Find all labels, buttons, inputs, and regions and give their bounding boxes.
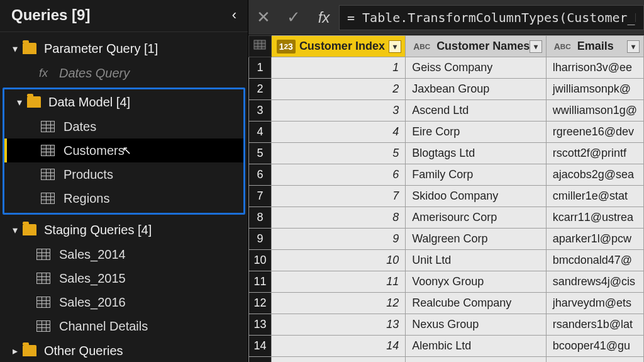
table-row[interactable]: 1212Realcube Companyjharveydm@ets	[249, 293, 644, 314]
table-row[interactable]: 1313Nexus Grouprsanders1b@lat	[249, 314, 644, 336]
query-group[interactable]: ▸Other Queries	[0, 338, 248, 362]
cell-customer-name[interactable]: Skidoo Company	[406, 186, 547, 207]
table-row[interactable]: 22Jaxbean Groupjwilliamsonpk@	[249, 79, 644, 100]
cell-customer-name[interactable]: Nexus Group	[406, 314, 547, 336]
query-group[interactable]: ▾Parameter Query [1]	[0, 36, 248, 61]
cell-customer-index[interactable]: 9	[271, 229, 405, 250]
cell-email[interactable]: sgarcia9k@my	[546, 357, 643, 363]
row-number[interactable]: 5	[249, 143, 272, 164]
cell-customer-index[interactable]: 6	[271, 164, 405, 186]
row-number[interactable]: 11	[249, 271, 272, 293]
table-row[interactable]: 88Amerisourc Corpkcarr11@ustrea	[249, 207, 644, 229]
table-row[interactable]: 1111Voonyx Groupsandrews4j@cis	[249, 271, 644, 293]
cell-customer-name[interactable]: Amerisourc Corp	[406, 207, 547, 229]
cell-email[interactable]: bmcdonald47@	[546, 250, 643, 271]
cell-customer-index[interactable]: 3	[271, 100, 405, 122]
cell-customer-name[interactable]: Ascend Ltd	[406, 100, 547, 122]
cell-customer-name[interactable]: Family Corp	[406, 164, 547, 186]
cell-email[interactable]: wwilliamson1g@	[546, 100, 643, 122]
row-number[interactable]: 10	[249, 250, 272, 271]
cell-customer-index[interactable]: 14	[271, 336, 405, 357]
datatype-icon[interactable]: ABC	[411, 40, 433, 54]
cell-customer-index[interactable]: 1	[271, 57, 405, 79]
fx-icon[interactable]: fx	[309, 0, 339, 35]
table-row[interactable]: 33Ascend Ltdwwilliamson1g@	[249, 100, 644, 122]
cell-customer-index[interactable]: 11	[271, 271, 405, 293]
row-number[interactable]: 2	[249, 79, 272, 100]
cell-email[interactable]: rsanders1b@lat	[546, 314, 643, 336]
table-row[interactable]: 55Blogtags Ltdrscott2f@printf	[249, 143, 644, 164]
cell-customer-index[interactable]: 12	[271, 293, 405, 314]
column-header[interactable]: ABCCustomer Names▾	[406, 36, 547, 57]
table-row[interactable]: 11Geiss Companylharrison3v@ee	[249, 57, 644, 79]
query-group[interactable]: ▾Data Model [4]	[4, 89, 243, 115]
collapse-sidebar-button[interactable]: ‹	[232, 7, 236, 23]
cell-customer-name[interactable]: Eire Corp	[406, 122, 547, 143]
table-row[interactable]: 1515Centizu Companysgarcia9k@my	[249, 357, 644, 363]
cell-email[interactable]: sandrews4j@cis	[546, 271, 643, 293]
query-item[interactable]: Sales_2014	[0, 242, 248, 266]
formula-cancel-button[interactable]: ✕	[248, 0, 279, 35]
column-filter-button[interactable]: ▾	[530, 40, 542, 53]
row-number[interactable]: 6	[249, 164, 272, 186]
row-number[interactable]: 1	[249, 57, 272, 79]
datatype-icon[interactable]: ABC	[552, 40, 574, 54]
row-number[interactable]: 3	[249, 100, 272, 122]
cell-customer-index[interactable]: 15	[271, 357, 405, 363]
cell-customer-index[interactable]: 2	[271, 79, 405, 100]
cell-customer-index[interactable]: 5	[271, 143, 405, 164]
row-number[interactable]: 4	[249, 122, 272, 143]
cell-email[interactable]: ajacobs2g@sea	[546, 164, 643, 186]
cell-customer-name[interactable]: Unit Ltd	[406, 250, 547, 271]
query-item[interactable]: Customers↖	[4, 139, 243, 162]
query-item[interactable]: Sales_2015	[0, 266, 248, 290]
row-number[interactable]: 12	[249, 293, 272, 314]
cell-customer-name[interactable]: Geiss Company	[406, 57, 547, 79]
cell-customer-index[interactable]: 10	[271, 250, 405, 271]
table-row[interactable]: 77Skidoo Companycmiller1e@stat	[249, 186, 644, 207]
datatype-icon[interactable]: 123	[277, 40, 296, 54]
cell-email[interactable]: aparker1l@pcw	[546, 229, 643, 250]
table-row[interactable]: 99Walgreen Corpaparker1l@pcw	[249, 229, 644, 250]
cell-customer-name[interactable]: Walgreen Corp	[406, 229, 547, 250]
formula-input[interactable]	[339, 5, 644, 30]
column-filter-button[interactable]: ▾	[627, 40, 640, 53]
cell-email[interactable]: jharveydm@ets	[546, 293, 643, 314]
cell-email[interactable]: jwilliamsonpk@	[546, 79, 643, 100]
cell-customer-index[interactable]: 7	[271, 186, 405, 207]
query-group[interactable]: ▾Staging Queries [4]	[0, 217, 248, 242]
cell-customer-name[interactable]: Realcube Company	[406, 293, 547, 314]
query-item[interactable]: Products	[4, 162, 243, 186]
row-number[interactable]: 15	[249, 357, 272, 363]
formula-accept-button[interactable]: ✓	[279, 0, 309, 35]
cell-email[interactable]: rgreene16@dev	[546, 122, 643, 143]
cell-customer-name[interactable]: Voonyx Group	[406, 271, 547, 293]
query-item[interactable]: Sales_2016	[0, 290, 248, 314]
cell-email[interactable]: kcarr11@ustrea	[546, 207, 643, 229]
cell-email[interactable]: cmiller1e@stat	[546, 186, 643, 207]
query-item[interactable]: Dates	[4, 115, 243, 139]
row-number[interactable]: 8	[249, 207, 272, 229]
cell-email[interactable]: lharrison3v@ee	[546, 57, 643, 79]
query-item[interactable]: fxDates Query	[0, 61, 248, 85]
column-header[interactable]: 123Customer Index▾	[271, 36, 405, 57]
cell-customer-index[interactable]: 8	[271, 207, 405, 229]
row-number[interactable]: 13	[249, 314, 272, 336]
cell-email[interactable]: rscott2f@printf	[546, 143, 643, 164]
row-number[interactable]: 14	[249, 336, 272, 357]
table-row[interactable]: 1414Alembic Ltdbcooper41@gu	[249, 336, 644, 357]
column-filter-button[interactable]: ▾	[389, 40, 401, 53]
select-all-corner[interactable]	[249, 36, 272, 57]
cell-customer-name[interactable]: Jaxbean Group	[406, 79, 547, 100]
cell-customer-name[interactable]: Centizu Company	[406, 357, 547, 363]
query-item[interactable]: Regions	[4, 186, 243, 210]
table-row[interactable]: 66Family Corpajacobs2g@sea	[249, 164, 644, 186]
query-item[interactable]: Channel Details	[0, 314, 248, 338]
row-number[interactable]: 9	[249, 229, 272, 250]
row-number[interactable]: 7	[249, 186, 272, 207]
cell-customer-name[interactable]: Alembic Ltd	[406, 336, 547, 357]
table-row[interactable]: 1010Unit Ltdbmcdonald47@	[249, 250, 644, 271]
column-header[interactable]: ABCEmails▾	[546, 36, 643, 57]
cell-customer-index[interactable]: 13	[271, 314, 405, 336]
cell-customer-index[interactable]: 4	[271, 122, 405, 143]
